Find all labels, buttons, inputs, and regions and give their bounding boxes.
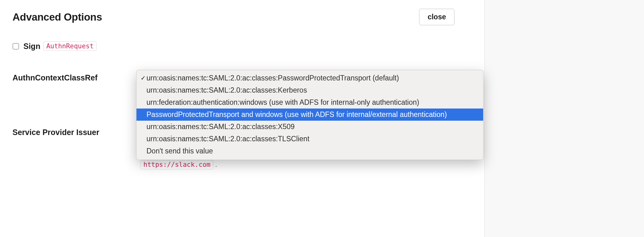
sign-code: AuthnRequest bbox=[43, 41, 97, 51]
option-text: urn:oasis:names:tc:SAML:2.0:ac:classes:P… bbox=[146, 73, 478, 83]
authn-context-option[interactable]: urn:oasis:names:tc:SAML:2.0:ac:classes:T… bbox=[136, 133, 483, 145]
option-text: Don't send this value bbox=[146, 146, 478, 156]
option-text: urn:federation:authentication:windows (u… bbox=[146, 97, 478, 108]
authn-context-label: AuthnContextClassRef bbox=[12, 73, 141, 87]
option-text: urn:oasis:names:tc:SAML:2.0:ac:classes:T… bbox=[146, 134, 478, 144]
sp-issuer-default-code: https://slack.com bbox=[141, 160, 213, 169]
option-text: PasswordProtectedTransport and windows (… bbox=[146, 109, 478, 120]
section-title: Advanced Options bbox=[12, 11, 102, 23]
sign-label: Sign bbox=[23, 42, 40, 51]
authn-context-dropdown[interactable]: ✓urn:oasis:names:tc:SAML:2.0:ac:classes:… bbox=[136, 70, 483, 160]
authn-context-option[interactable]: ✓urn:oasis:names:tc:SAML:2.0:ac:classes:… bbox=[136, 72, 483, 84]
sp-issuer-helper-suffix: . bbox=[215, 161, 217, 169]
right-rail bbox=[484, 0, 644, 237]
option-text: urn:oasis:names:tc:SAML:2.0:ac:classes:K… bbox=[146, 85, 478, 95]
sign-authnrequest-checkbox[interactable] bbox=[12, 43, 19, 50]
authn-context-option[interactable]: urn:oasis:names:tc:SAML:2.0:ac:classes:K… bbox=[136, 84, 483, 96]
option-text: urn:oasis:names:tc:SAML:2.0:ac:classes:X… bbox=[146, 122, 478, 132]
checkmark-icon: ✓ bbox=[140, 73, 146, 83]
authn-context-option[interactable]: urn:federation:authentication:windows (u… bbox=[136, 96, 483, 109]
sp-issuer-label: Service Provider Issuer bbox=[12, 127, 141, 137]
authn-context-option[interactable]: PasswordProtectedTransport and windows (… bbox=[136, 109, 483, 121]
authn-context-option[interactable]: Don't send this value bbox=[136, 145, 483, 157]
authn-context-option[interactable]: urn:oasis:names:tc:SAML:2.0:ac:classes:X… bbox=[136, 121, 483, 133]
close-button[interactable]: close bbox=[419, 9, 454, 25]
